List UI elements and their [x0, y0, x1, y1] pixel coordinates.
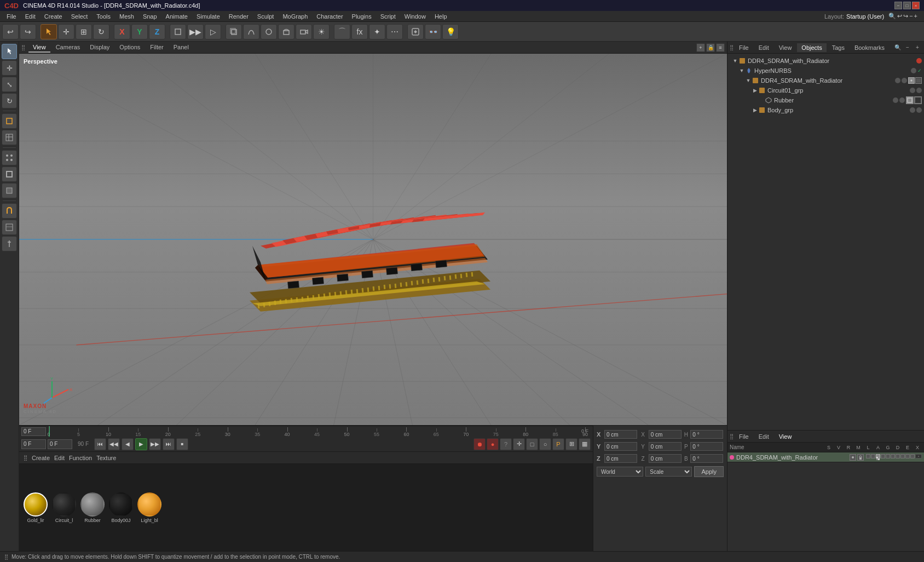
menu-sculpt[interactable]: Sculpt: [253, 12, 279, 21]
minimize-btn[interactable]: −: [894, 2, 902, 9]
viewport-maximize-btn[interactable]: +: [696, 43, 705, 52]
primitive-cube-btn[interactable]: [226, 24, 242, 39]
rp-tab-bookmarks[interactable]: Bookmarks: [850, 43, 889, 52]
select-lt-btn[interactable]: [2, 44, 17, 59]
help-btn[interactable]: ?: [500, 438, 512, 450]
x-pos-input[interactable]: [604, 430, 637, 439]
tree-arrow-ddr4[interactable]: ▼: [745, 77, 752, 84]
frame-sub-display[interactable]: 0 F: [48, 439, 72, 449]
auto-key-btn[interactable]: ●: [487, 438, 499, 450]
object-mode-btn[interactable]: [170, 24, 186, 39]
current-frame-display[interactable]: 0 F: [21, 427, 46, 436]
menu-snap[interactable]: Snap: [138, 12, 161, 21]
viewport-tab-view[interactable]: View: [28, 43, 50, 53]
render-btn[interactable]: ▷: [205, 24, 221, 39]
rp-tab-tags[interactable]: Tags: [828, 43, 849, 52]
next-frame-btn[interactable]: ▶▶: [149, 438, 161, 450]
apply-btn[interactable]: Apply: [694, 466, 724, 477]
x-rot-input[interactable]: [649, 430, 682, 439]
rpl-tab-edit[interactable]: Edit: [754, 432, 773, 441]
select-tool-btn[interactable]: [41, 24, 57, 39]
layout-plus-icon[interactable]: +: [914, 13, 917, 20]
z-scale-input[interactable]: [649, 454, 682, 463]
paint-lt-btn[interactable]: [2, 220, 17, 235]
pingpong-btn[interactable]: P: [552, 438, 564, 450]
point-mode-lt-btn[interactable]: [2, 150, 17, 165]
viewport-tab-filter[interactable]: Filter: [146, 43, 168, 53]
menu-plugins[interactable]: Plugins: [348, 12, 376, 21]
edge-mode-lt-btn[interactable]: [2, 167, 17, 182]
rpl-tab-view[interactable]: View: [775, 432, 796, 441]
viewport-lock-btn[interactable]: 🔒: [706, 43, 715, 52]
play-btn[interactable]: ▶: [135, 438, 147, 450]
rp-search-icon[interactable]: 🔍: [893, 43, 902, 52]
mat-icon-lock[interactable]: [857, 454, 864, 461]
rp-tab-objects[interactable]: Objects: [797, 43, 826, 52]
rp-tab-view[interactable]: View: [775, 43, 796, 52]
mat-edit-menu[interactable]: Edit: [54, 455, 65, 461]
move-lt-btn[interactable]: ✛: [2, 60, 17, 76]
bend-btn[interactable]: ⌒: [334, 24, 350, 39]
move-tool-btn[interactable]: ✛: [58, 24, 74, 39]
grid-btn[interactable]: ⊞: [565, 438, 578, 450]
tree-arrow-circuit[interactable]: ▶: [752, 87, 758, 94]
mat-create-menu[interactable]: Create: [32, 455, 50, 461]
viewport-tab-cameras[interactable]: Cameras: [51, 43, 85, 53]
menu-edit[interactable]: Edit: [21, 12, 40, 21]
knife-lt-btn[interactable]: [2, 236, 17, 251]
model-lt-btn[interactable]: [2, 113, 17, 129]
rpl-tab-file[interactable]: File: [735, 432, 753, 441]
frame-input[interactable]: [21, 439, 46, 449]
menu-tools[interactable]: Tools: [92, 12, 115, 21]
y-pos-input[interactable]: [604, 442, 637, 451]
menu-script[interactable]: Script: [376, 12, 400, 21]
record-btn[interactable]: ⏺: [473, 438, 486, 450]
viewport-menu-btn[interactable]: ≡: [716, 43, 725, 52]
mat-x-btn[interactable]: ×: [915, 454, 922, 458]
mat-texture-menu[interactable]: Texture: [96, 455, 116, 461]
rp-tab-file[interactable]: File: [735, 43, 753, 52]
material-item-circuit[interactable]: Circuit_l: [52, 492, 76, 523]
layout-search-icon[interactable]: 🔍: [888, 13, 896, 20]
glasses-btn[interactable]: 👓: [425, 24, 441, 39]
next-key-btn[interactable]: ⏭: [163, 438, 175, 450]
space-dropdown[interactable]: World Object: [597, 467, 643, 477]
b-input[interactable]: [690, 454, 723, 463]
light-sphere[interactable]: [137, 492, 161, 517]
layout-redo-icon[interactable]: ↪: [903, 13, 908, 20]
nurbs-btn[interactable]: [261, 24, 277, 39]
menu-create[interactable]: Create: [40, 12, 67, 21]
material-item-body[interactable]: Body00J: [109, 492, 133, 523]
z-pos-input[interactable]: [604, 454, 637, 463]
material-item-light[interactable]: Light_bl: [137, 492, 161, 523]
menu-simulate[interactable]: Simulate: [192, 12, 224, 21]
viewport-canvas[interactable]: Perspective: [19, 54, 727, 425]
prev-key-btn[interactable]: ◀◀: [108, 438, 120, 450]
bulb-btn[interactable]: 💡: [442, 24, 459, 39]
camera-btn[interactable]: [296, 24, 312, 39]
tree-arrow-root[interactable]: ▼: [732, 58, 738, 64]
tree-item-root[interactable]: ▼ DDR4_SDRAM_with_Radiator: [727, 56, 924, 66]
light-btn[interactable]: ☀: [313, 24, 330, 39]
field-btn[interactable]: ⋯: [386, 24, 403, 39]
tree-item-rubber[interactable]: Rubber: [727, 95, 924, 105]
snap-timeline-btn[interactable]: ▦: [579, 438, 591, 450]
mat-icon-eye[interactable]: [850, 454, 856, 461]
scene-btn[interactable]: [407, 24, 424, 39]
poly-mode-lt-btn[interactable]: [2, 183, 17, 198]
add-key-btn[interactable]: ✛: [513, 438, 525, 450]
scale-tool-btn[interactable]: ⊞: [76, 24, 92, 39]
tree-arrow-body[interactable]: ▶: [752, 107, 758, 113]
particle-btn[interactable]: ✦: [369, 24, 385, 39]
rotate-lt-btn[interactable]: ↻: [2, 93, 17, 108]
menu-render[interactable]: Render: [224, 12, 253, 21]
menu-mesh[interactable]: Mesh: [115, 12, 138, 21]
z-axis-btn[interactable]: Z: [149, 24, 165, 39]
tree-item-body[interactable]: ▶ Body_grp: [727, 105, 924, 115]
menu-mograph[interactable]: MoGraph: [278, 12, 312, 21]
mode-dropdown[interactable]: Scale Position Rotation: [645, 467, 692, 477]
spline-btn[interactable]: [243, 24, 259, 39]
rp-tab-edit[interactable]: Edit: [754, 43, 773, 52]
layout-minus-icon[interactable]: −: [909, 13, 913, 20]
menu-window[interactable]: Window: [400, 12, 430, 21]
